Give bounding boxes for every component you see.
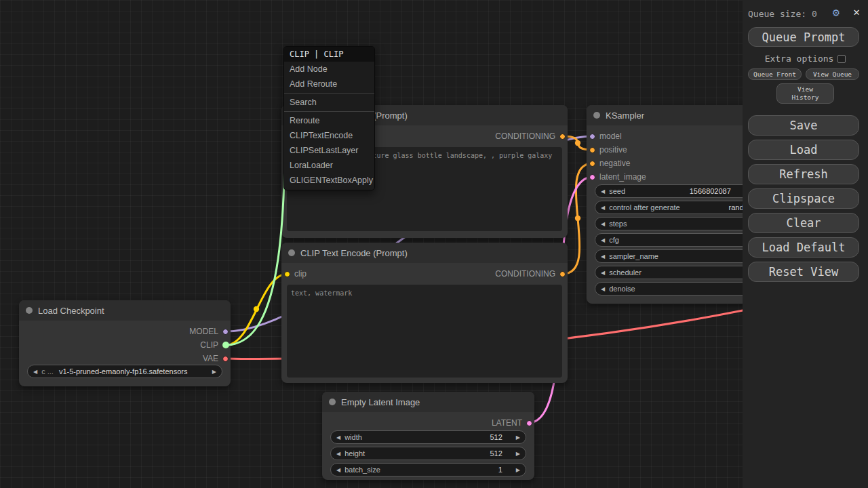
left-arrow-icon[interactable]: ◀ <box>601 205 605 211</box>
widget-value: 512 <box>490 433 502 441</box>
model-input-dot[interactable] <box>589 134 595 140</box>
save-button[interactable]: Save <box>748 115 859 136</box>
node-title: CLIP Text Encode (Prompt) <box>300 248 408 258</box>
extra-options-checkbox[interactable] <box>837 55 846 63</box>
menu-item-cliptextencode[interactable]: CLIPTextEncode <box>284 128 374 143</box>
widget-value: 1 <box>498 466 502 474</box>
context-menu-title: CLIP | CLIP <box>284 47 374 62</box>
widget-value: 512 <box>490 449 502 458</box>
left-arrow-icon[interactable]: ◀ <box>336 434 340 441</box>
menu-item-add-reroute[interactable]: Add Reroute <box>284 77 374 92</box>
positive-input-slot: positive <box>589 143 627 157</box>
left-arrow-icon[interactable]: ◀ <box>33 369 37 375</box>
slot-label: CONDITIONING <box>495 269 555 279</box>
widget-label: steps <box>609 220 627 228</box>
node-title: KSampler <box>606 110 644 121</box>
left-arrow-icon[interactable]: ◀ <box>601 253 605 260</box>
right-arrow-icon[interactable]: ▶ <box>516 467 520 473</box>
slot-label: model <box>599 131 622 141</box>
right-arrow-icon[interactable]: ▶ <box>516 434 520 441</box>
width-widget[interactable]: ◀ width 512 ▶ <box>330 430 526 444</box>
wire-clip-link <box>226 274 288 345</box>
node-title: Load Checkpoint <box>38 306 104 316</box>
node-clip-text-encode-2[interactable]: CLIP Text Encode (Prompt) clip CONDITION… <box>281 243 568 383</box>
link-release-context-menu: CLIP | CLIP Add Node Add Reroute Search … <box>283 46 375 190</box>
menu-item-search[interactable]: Search <box>284 95 374 110</box>
conditioning-output-slot: CONDITIONING <box>495 267 566 281</box>
clip-input-dot[interactable] <box>284 271 290 277</box>
ckpt-name-widget[interactable]: ◀ c ... v1-5-pruned-emaonly-fp16.safeten… <box>27 365 222 378</box>
conditioning-output-dot[interactable] <box>559 134 566 140</box>
batch-size-widget[interactable]: ◀ batch_size 1 ▶ <box>330 463 526 476</box>
close-icon[interactable]: ✕ <box>853 7 860 18</box>
clipspace-button[interactable]: Clipspace <box>748 188 859 209</box>
view-history-label: View History <box>788 85 823 102</box>
widget-label: control after generate <box>609 203 680 211</box>
menu-item-gligentextboxapply[interactable]: GLIGENTextBoxApply <box>284 173 374 188</box>
widget-label: c ... <box>41 367 54 375</box>
queue-front-button[interactable]: Queue Front <box>748 68 802 80</box>
right-arrow-icon[interactable]: ▶ <box>212 369 216 375</box>
model-input-slot: model <box>589 129 622 143</box>
slot-label: latent_image <box>599 172 646 182</box>
conditioning-output-dot[interactable] <box>559 271 566 277</box>
view-queue-button[interactable]: View Queue <box>806 68 859 80</box>
load-default-button[interactable]: Load Default <box>748 237 859 258</box>
empty-latent-image-header[interactable]: Empty Latent Image <box>322 392 534 412</box>
node-load-checkpoint[interactable]: Load Checkpoint MODEL CLIP VAE ◀ c ... v… <box>19 300 231 386</box>
node-collapse-dot[interactable] <box>593 112 600 119</box>
positive-input-dot[interactable] <box>589 147 595 153</box>
node-collapse-dot[interactable] <box>329 399 336 405</box>
left-arrow-icon[interactable]: ◀ <box>336 467 340 473</box>
widget-label: cfg <box>609 236 619 244</box>
model-output-slot: MODEL <box>189 325 229 338</box>
node-title: Empty Latent Image <box>341 397 420 407</box>
left-arrow-icon[interactable]: ◀ <box>601 221 605 227</box>
load-button[interactable]: Load <box>748 140 859 160</box>
menu-item-loraloader[interactable]: LoraLoader <box>284 158 374 173</box>
left-arrow-icon[interactable]: ◀ <box>336 451 340 457</box>
menu-separator <box>284 93 374 94</box>
menu-item-reroute[interactable]: Reroute <box>284 113 374 128</box>
widget-label: seed <box>609 187 625 195</box>
vae-output-slot: VAE <box>203 352 229 365</box>
widget-label: height <box>344 449 365 458</box>
menu-item-clipsetlastlayer[interactable]: CLIPSetLastLayer <box>284 143 374 158</box>
slot-label: positive <box>599 145 627 155</box>
right-arrow-icon[interactable]: ▶ <box>516 451 520 457</box>
reset-view-button[interactable]: Reset View <box>748 262 859 282</box>
latent-output-dot[interactable] <box>526 420 532 426</box>
menu-item-add-node[interactable]: Add Node <box>284 62 374 77</box>
view-history-button[interactable]: View History <box>776 83 834 104</box>
node-collapse-dot[interactable] <box>288 249 295 256</box>
slot-label: CONDITIONING <box>495 131 555 141</box>
node-collapse-dot[interactable] <box>26 307 33 314</box>
latent-image-input-dot[interactable] <box>589 174 595 180</box>
negative-input-slot: negative <box>589 157 630 170</box>
slot-label: VAE <box>203 354 218 363</box>
left-arrow-icon[interactable]: ◀ <box>601 237 605 243</box>
clip-output-dot[interactable] <box>222 342 229 348</box>
wire-clip-midpoint-dot <box>254 306 259 312</box>
height-widget[interactable]: ◀ height 512 ▶ <box>330 447 526 460</box>
negative-prompt-textarea[interactable]: text, watermark <box>287 285 562 378</box>
negative-input-dot[interactable] <box>589 161 595 167</box>
comfyui-canvas[interactable]: Load Checkpoint MODEL CLIP VAE ◀ c ... v… <box>0 0 868 488</box>
queue-prompt-button[interactable]: Queue Prompt <box>748 27 859 47</box>
node-empty-latent-image[interactable]: Empty Latent Image LATENT ◀ width 512 ▶ … <box>322 392 534 480</box>
left-arrow-icon[interactable]: ◀ <box>601 270 605 276</box>
extra-options-label: Extra options <box>765 54 834 64</box>
widget-value: v1-5-pruned-emaonly-fp16.safetensors <box>59 367 188 375</box>
slot-label: negative <box>599 159 630 168</box>
model-output-dot[interactable] <box>222 329 229 335</box>
clear-button[interactable]: Clear <box>748 213 859 233</box>
refresh-button[interactable]: Refresh <box>748 164 859 184</box>
settings-gear-icon[interactable]: ⚙ <box>833 7 840 18</box>
slot-label: clip <box>294 269 307 279</box>
vae-output-dot[interactable] <box>222 356 229 362</box>
widget-label: sampler_name <box>609 252 658 260</box>
load-checkpoint-header[interactable]: Load Checkpoint <box>19 300 231 321</box>
clip-text-encode-2-header[interactable]: CLIP Text Encode (Prompt) <box>281 243 568 263</box>
left-arrow-icon[interactable]: ◀ <box>601 286 605 292</box>
left-arrow-icon[interactable]: ◀ <box>601 188 605 195</box>
